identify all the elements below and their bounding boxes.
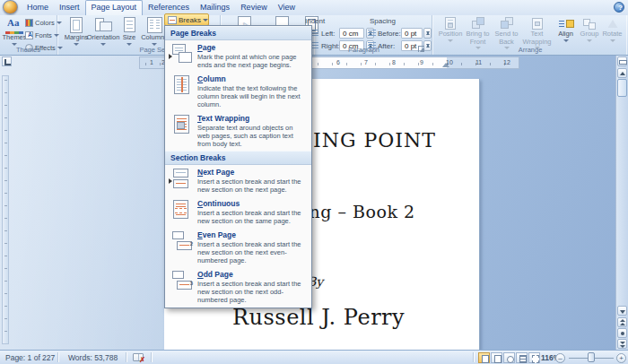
web-layout-view-button[interactable]: [503, 352, 515, 363]
group-label-paragraph: Paragraph: [296, 46, 432, 54]
ruler-number: 1: [150, 59, 153, 65]
button-label: Align: [558, 30, 573, 39]
scroll-up-button[interactable]: [617, 68, 627, 78]
menu-item-description: Mark the point at which one page ends an…: [197, 53, 307, 69]
menu-item-text-wrapping[interactable]: Text Wrapping Separate text around objec…: [165, 111, 311, 151]
next-page-break-icon: [170, 169, 194, 188]
next-page-button[interactable]: [617, 339, 627, 349]
size-button[interactable]: Size: [118, 17, 140, 48]
group-icon: [581, 17, 597, 30]
full-screen-reading-view-button[interactable]: [491, 352, 502, 363]
button-label: Position: [439, 30, 463, 39]
breaks-menu: Page Breaks Page Mark the point at which…: [164, 25, 312, 308]
menu-item-description: Insert a section break and start the new…: [197, 280, 307, 304]
button-label: Send to Back: [493, 30, 520, 46]
menu-item-continuous[interactable]: Continuous Insert a section break and st…: [165, 196, 311, 228]
menu-item-description: Separate text around objects on web page…: [197, 124, 307, 148]
orientation-icon: [93, 17, 113, 34]
status-separator: [57, 352, 58, 362]
draft-view-button[interactable]: [528, 352, 540, 363]
theme-colors-button[interactable]: Colors: [25, 17, 62, 28]
ruler-number: 12: [503, 59, 510, 65]
ruler-number: 8: [392, 59, 396, 65]
proofing-status-icon[interactable]: [133, 353, 144, 361]
outline-view-button[interactable]: [516, 352, 528, 363]
breaks-button[interactable]: Breaks: [164, 13, 209, 26]
spacing-before-stepper[interactable]: [423, 28, 432, 39]
arrange-group: Position Bring to Front Send to Back Tex…: [434, 15, 626, 55]
menu-item-column[interactable]: Column Indicate that the text following …: [165, 72, 311, 111]
position-button[interactable]: Position: [438, 17, 463, 45]
tab-selector-button[interactable]: [2, 56, 12, 66]
button-label: Text Wrapping: [522, 30, 552, 46]
column-break-icon: [170, 75, 194, 95]
align-button[interactable]: Align: [554, 17, 578, 45]
menu-item-title: Text Wrapping: [197, 114, 307, 123]
document-title-text[interactable]: ING POINT: [313, 129, 436, 152]
previous-page-button[interactable]: [617, 317, 627, 327]
zoom-out-icon[interactable]: [555, 353, 565, 363]
margins-icon: [66, 17, 86, 34]
tab-view[interactable]: View: [273, 0, 301, 15]
bring-to-front-icon: [470, 17, 486, 30]
theme-fonts-button[interactable]: Fonts: [25, 30, 59, 40]
help-icon[interactable]: [614, 2, 624, 13]
menu-item-title: Odd Page: [197, 270, 307, 279]
theme-fonts-icon: [25, 31, 33, 39]
menu-item-even-page[interactable]: Even Page Insert a section break and sta…: [165, 228, 311, 267]
menu-item-description: Insert a section break and start the new…: [197, 178, 307, 194]
status-separator: [126, 352, 126, 362]
spacing-before-field[interactable]: 0 pt: [401, 28, 423, 39]
menu-section-header-page-breaks: Page Breaks: [165, 26, 311, 40]
text-wrapping-icon: [529, 17, 545, 30]
button-label: Themes: [2, 34, 26, 42]
tab-page-layout[interactable]: Page Layout: [85, 0, 144, 15]
button-label: Group: [580, 30, 599, 39]
word-count[interactable]: Words: 53,788: [68, 353, 118, 362]
size-icon: [119, 17, 139, 34]
scrollbar-thumb[interactable]: [617, 79, 627, 97]
right-indent-marker[interactable]: [442, 59, 449, 67]
ruler-number: 6: [336, 59, 340, 65]
status-separator: [473, 352, 474, 362]
document-subtitle-text[interactable]: ing – Book 2: [303, 202, 415, 221]
vertical-scrollbar[interactable]: [615, 56, 628, 350]
menu-item-title: Page: [197, 43, 307, 52]
office-button[interactable]: [3, 0, 18, 14]
group-label-themes: Themes: [0, 46, 57, 54]
scroll-down-button[interactable]: [617, 306, 627, 316]
ruler-toggle-button[interactable]: [617, 56, 627, 66]
rotate-button[interactable]: Rotate: [601, 17, 624, 45]
menu-item-page[interactable]: Page Mark the point at which one page en…: [165, 40, 311, 72]
page-break-icon: [170, 44, 194, 64]
menu-item-odd-page[interactable]: Odd Page Insert a section break and star…: [165, 267, 311, 307]
themes-icon: [4, 17, 24, 34]
button-label: Colors: [35, 19, 55, 27]
zoom-in-icon[interactable]: [616, 353, 626, 363]
group-button[interactable]: Group: [579, 17, 600, 45]
breaks-icon: [168, 16, 177, 24]
select-browse-object-button[interactable]: [617, 328, 627, 338]
margins-button[interactable]: Margins: [63, 17, 90, 48]
tab-home[interactable]: Home: [22, 0, 54, 15]
page-indicator[interactable]: Page: 1 of 227: [5, 353, 55, 362]
menu-item-title: Column: [197, 74, 307, 83]
text-wrapping-break-icon: [170, 115, 194, 134]
menu-section-header-section-breaks: Section Breaks: [165, 151, 311, 165]
orientation-button[interactable]: Orientation: [87, 17, 119, 48]
tab-insert[interactable]: Insert: [54, 0, 85, 15]
document-author-text[interactable]: Russell J. Perry: [232, 305, 405, 330]
indent-left-field[interactable]: 0 cm: [339, 28, 364, 39]
themes-button[interactable]: Themes: [2, 17, 27, 48]
indent-section-label: Indent: [305, 17, 325, 25]
print-layout-view-button[interactable]: [478, 352, 490, 363]
tab-review[interactable]: Review: [235, 0, 273, 15]
spacing-section-label: Spacing: [370, 17, 396, 25]
themes-group: Themes Colors Fonts Effects Themes: [0, 15, 57, 55]
menu-item-description: Insert a section break and start the new…: [197, 209, 307, 225]
indent-left-label: Left:: [321, 30, 336, 38]
zoom-slider-thumb[interactable]: [588, 352, 595, 362]
vertical-ruler[interactable]: [2, 75, 9, 344]
menu-item-next-page[interactable]: Next Page Insert a section break and sta…: [165, 165, 311, 196]
theme-colors-icon: [25, 19, 33, 27]
